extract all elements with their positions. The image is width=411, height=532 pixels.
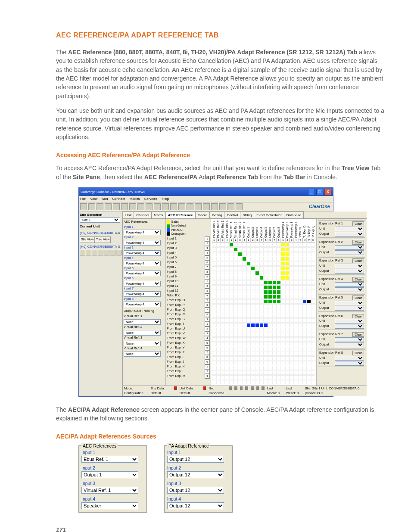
exp-unit-dropdown[interactable] xyxy=(335,337,364,342)
matrix-cell[interactable] xyxy=(298,342,302,346)
matrix-cell[interactable] xyxy=(307,247,311,252)
tab-unit[interactable]: Unit xyxy=(123,212,134,219)
matrix-cell[interactable] xyxy=(264,290,268,294)
matrix-cell[interactable] xyxy=(281,318,285,323)
matrix-cell[interactable] xyxy=(294,352,298,356)
matrix-cell[interactable] xyxy=(255,342,259,346)
matrix-cell[interactable] xyxy=(238,295,242,299)
matrix-cell[interactable] xyxy=(246,370,251,375)
toolbar-icon[interactable] xyxy=(121,203,128,210)
matrix-cell[interactable] xyxy=(221,328,225,332)
matrix-cell[interactable] xyxy=(255,347,259,351)
matrix-cell[interactable] xyxy=(225,243,229,247)
matrix-cell[interactable] xyxy=(225,299,229,304)
matrix-cell[interactable] xyxy=(216,276,221,280)
matrix-cell[interactable] xyxy=(238,333,242,337)
matrix-cell[interactable] xyxy=(311,247,315,252)
matrix-cell[interactable] xyxy=(272,370,277,375)
matrix-cell[interactable] xyxy=(225,347,229,351)
matrix-cell[interactable] xyxy=(281,309,285,313)
maximize-icon[interactable]: □ xyxy=(316,189,323,195)
matrix-cell[interactable] xyxy=(246,285,251,289)
matrix-cell[interactable] xyxy=(234,361,238,365)
matrix-cell[interactable] xyxy=(277,285,281,289)
matrix-cell[interactable] xyxy=(311,361,315,365)
matrix-cell[interactable] xyxy=(246,299,251,304)
matrix-cell[interactable] xyxy=(259,290,264,294)
form-input-dropdown[interactable]: Output 12 xyxy=(167,487,224,494)
matrix-cell[interactable] xyxy=(277,309,281,313)
matrix-cell[interactable] xyxy=(259,318,264,323)
matrix-cell[interactable] xyxy=(212,276,216,280)
matrix-cell[interactable] xyxy=(238,276,242,280)
matrix-cell[interactable] xyxy=(234,247,238,252)
minimize-icon[interactable]: _ xyxy=(308,189,315,195)
matrix-cell[interactable] xyxy=(264,323,268,327)
matrix-cell[interactable] xyxy=(259,323,264,327)
matrix-cell[interactable] xyxy=(225,356,229,361)
toolbar-icon[interactable] xyxy=(105,203,112,210)
matrix-cell[interactable] xyxy=(285,375,290,380)
matrix-cell[interactable] xyxy=(234,243,238,247)
matrix-cell[interactable] xyxy=(281,285,285,289)
matrix-cell[interactable] xyxy=(212,285,216,289)
matrix-cell[interactable] xyxy=(234,333,238,337)
exp-unit-dropdown[interactable] xyxy=(335,264,364,268)
matrix-cell[interactable] xyxy=(242,318,246,323)
matrix-cell[interactable] xyxy=(255,375,259,380)
matrix-cell[interactable] xyxy=(251,243,255,247)
matrix-cell[interactable] xyxy=(290,247,294,252)
matrix-cell[interactable] xyxy=(234,337,238,342)
matrix-cell[interactable] xyxy=(294,261,298,266)
matrix-cell[interactable] xyxy=(285,323,290,327)
matrix-cell[interactable] xyxy=(246,333,251,337)
matrix-cell[interactable] xyxy=(259,280,264,285)
matrix-cell[interactable] xyxy=(225,252,229,256)
toolbar-icon[interactable] xyxy=(129,203,136,210)
matrix-cell[interactable] xyxy=(246,276,251,280)
matrix-cell[interactable] xyxy=(259,243,264,247)
matrix-cell[interactable] xyxy=(246,304,251,308)
matrix-cell[interactable] xyxy=(302,370,307,375)
exp-unit-dropdown[interactable] xyxy=(335,356,364,361)
matrix-cell[interactable] xyxy=(216,304,221,308)
tab-event-scheduler[interactable]: Event Scheduler xyxy=(254,212,284,219)
matrix-cell[interactable] xyxy=(255,304,259,308)
matrix-cell[interactable] xyxy=(294,370,298,375)
matrix-cell[interactable] xyxy=(259,252,264,256)
matrix-cell[interactable] xyxy=(216,318,221,323)
clear-button[interactable]: Clear xyxy=(352,332,364,337)
matrix-cell[interactable] xyxy=(281,295,285,299)
toolbar-icon[interactable] xyxy=(88,203,95,210)
matrix-cell[interactable] xyxy=(294,285,298,289)
matrix-cell[interactable] xyxy=(234,304,238,308)
matrix-cell[interactable] xyxy=(251,370,255,375)
matrix-cell[interactable] xyxy=(302,375,307,380)
matrix-cell[interactable] xyxy=(264,299,268,304)
matrix-cell[interactable] xyxy=(212,347,216,351)
matrix-cell[interactable] xyxy=(238,261,242,266)
matrix-cell[interactable] xyxy=(264,318,268,323)
tab-database[interactable]: Database xyxy=(284,212,304,219)
matrix-cell[interactable] xyxy=(268,257,272,261)
matrix-cell[interactable] xyxy=(242,304,246,308)
matrix-cell[interactable] xyxy=(221,276,225,280)
matrix-cell[interactable] xyxy=(307,309,311,313)
matrix-cell[interactable] xyxy=(238,309,242,313)
matrix-cell[interactable] xyxy=(225,375,229,380)
matrix-cell[interactable] xyxy=(251,257,255,261)
vref-dropdown[interactable]: None xyxy=(124,341,161,346)
matrix-cell[interactable] xyxy=(259,304,264,308)
matrix-cell[interactable] xyxy=(242,309,246,313)
matrix-cell[interactable] xyxy=(268,266,272,271)
toolbar-icon[interactable] xyxy=(178,203,185,210)
matrix-cell[interactable] xyxy=(264,342,268,346)
matrix-cell[interactable] xyxy=(255,257,259,261)
toolbar-icon[interactable] xyxy=(236,203,243,210)
matrix-cell[interactable] xyxy=(285,280,290,285)
matrix-cell[interactable] xyxy=(307,361,311,365)
matrix-cell[interactable] xyxy=(242,295,246,299)
matrix-cell[interactable] xyxy=(246,380,251,384)
matrix-cell[interactable] xyxy=(307,366,311,370)
matrix-cell[interactable] xyxy=(251,337,255,342)
